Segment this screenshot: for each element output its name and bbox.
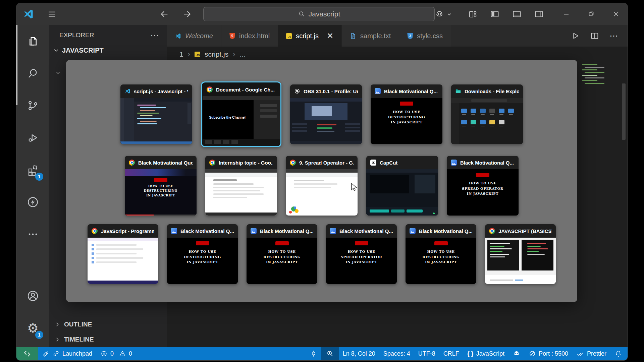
tree-chevron-icon[interactable] (55, 70, 61, 75)
thumb-art (490, 251, 502, 252)
window-thumbnail-quote[interactable]: Black Motivational Q...HOW TO USEDESTRUC… (247, 224, 317, 284)
tab-sample-txt[interactable]: sample.txt (342, 25, 399, 47)
close-icon[interactable]: ✕ (327, 32, 333, 40)
activity-explorer[interactable] (16, 25, 49, 57)
section-outline[interactable]: OUTLINE (49, 317, 167, 332)
thumbnail-preview (205, 169, 277, 216)
tab-welcome[interactable]: Welcome (167, 25, 221, 47)
notifications-button[interactable] (610, 347, 628, 360)
thumbnail-titlebar: Black Motivational Q... (247, 224, 317, 238)
lightning-icon (26, 196, 39, 208)
window-thumbnail-obs[interactable]: OBS 31.0.1 - Profile: Unt... (290, 84, 362, 144)
window-thumbnail-docvideo[interactable]: Document - Google Ch...Subscribe the Cha… (201, 81, 281, 147)
window-thumbnail-quote[interactable]: Black Motivational Q...HOW TO USEDESTRUC… (371, 84, 442, 144)
thumbnail-title: script.js - Javascript - V... (134, 88, 188, 94)
sidebar-more-icon[interactable]: ⋯ (150, 30, 159, 41)
activity-more[interactable] (16, 218, 49, 250)
chevron-right-icon: › (188, 50, 190, 59)
thumb-art (312, 106, 332, 116)
window-thumbnail-drive[interactable]: JavaScript - Programmi... (88, 224, 158, 284)
tab-script-js[interactable]: JS script.js ✕ (278, 25, 342, 47)
window-thumbnail-files[interactable]: Downloads - File Explo... (451, 84, 523, 144)
window-thumbnail-quote[interactable]: Black Motivational Q...HOW TO USESPREAD … (326, 224, 397, 284)
thumb-art (345, 123, 360, 125)
encoding[interactable]: UTF-8 (414, 347, 439, 360)
thumb-art (294, 206, 296, 209)
section-timeline[interactable]: TIMELINE (49, 332, 167, 347)
nav-back-icon[interactable] (158, 7, 171, 21)
zoom-in-button[interactable] (321, 347, 339, 360)
search-text: Javascript (309, 10, 340, 18)
toggle-secondary-sidebar-icon[interactable] (532, 7, 546, 21)
thumb-art (137, 113, 159, 114)
thumb-art (490, 126, 494, 126)
thumbnail-title: OBS 31.0.1 - Profile: Unt... (304, 88, 358, 94)
window-thumbnail-quote[interactable]: Black Motivational Q...HOW TO USEDESTRUC… (167, 224, 238, 284)
formatter-status[interactable]: Prettier (572, 347, 610, 360)
window-thumbnail-capcut[interactable]: CapCut (366, 156, 438, 216)
screencast-button[interactable] (306, 347, 321, 360)
chrome-icon (489, 228, 495, 234)
run-file-icon[interactable] (571, 31, 580, 41)
thumbnail-titlebar: OBS 31.0.1 - Profile: Unt... (290, 84, 362, 98)
thumb-art (499, 126, 503, 126)
thumb-art (471, 109, 476, 113)
activity-lightning[interactable] (16, 186, 49, 218)
problems-button[interactable]: 0 0 (96, 347, 136, 360)
breadcrumb-file[interactable]: script.js (205, 50, 228, 58)
scrollbar[interactable] (622, 83, 626, 140)
live-server-port[interactable]: Port : 5500 (525, 347, 572, 360)
thumb-art (515, 280, 523, 281)
split-editor-icon[interactable] (590, 31, 599, 41)
window-thumbnail-quote[interactable]: Black Motivational Q...HOW TO USESPREAD … (447, 156, 519, 216)
thumbnail-title: JavaScript - Programmi... (101, 228, 154, 234)
window-thumbnail-vscode[interactable]: script.js - Javascript - V... (120, 84, 192, 144)
launchpad-button[interactable]: Launchpad (38, 347, 96, 360)
chevron-right-icon (55, 322, 60, 327)
toggle-panel-icon[interactable] (510, 7, 524, 21)
global-search-input[interactable]: Javascript (203, 7, 435, 21)
window-thumbnail-slides[interactable]: JAVASCRIPT (BASICS)... (485, 224, 556, 284)
thumb-art (292, 162, 294, 164)
thumb-art (481, 126, 485, 126)
thumb-art (172, 231, 176, 233)
window-thumbnail-docwhite[interactable]: Internship topic - Goo... (205, 156, 277, 216)
activity-run-debug[interactable] (16, 122, 49, 154)
tab-index-html[interactable]: 5 index.html (221, 25, 278, 47)
copilot-status[interactable] (508, 347, 525, 360)
thumb-art (499, 120, 504, 124)
tab-label: Welcome (185, 32, 213, 40)
window-thumbnail-quote[interactable]: Black Motivational Q...HOW TO USEDESTRUC… (406, 224, 476, 284)
more-actions-icon[interactable]: ⋯ (609, 31, 618, 41)
chevron-down-icon (53, 48, 59, 53)
link-icon (52, 350, 60, 357)
menu-icon[interactable] (45, 7, 59, 21)
cursor-position[interactable]: Ln 8, Col 20 (339, 347, 379, 360)
eol-sequence[interactable]: CRLF (439, 347, 463, 360)
window-thumbnail-chromequote[interactable]: Black Motivational Quo...HOW TO USEDESTR… (125, 156, 197, 216)
minimize-icon[interactable] (560, 7, 573, 21)
account-button[interactable] (16, 280, 49, 312)
breadcrumb-root[interactable]: 1 (179, 50, 183, 58)
section-javascript[interactable]: JAVASCRIPT (49, 45, 167, 56)
thumb-art (125, 169, 197, 176)
close-icon[interactable] (609, 7, 623, 21)
indentation[interactable]: Spaces: 4 (379, 347, 414, 360)
activity-extensions[interactable]: 1 (16, 154, 49, 186)
eol-label: CRLF (443, 350, 459, 357)
language-mode[interactable]: { } JavaScript (463, 347, 508, 360)
settings-button[interactable]: ⚙ 1 (16, 312, 49, 344)
toggle-primary-sidebar-icon[interactable] (488, 7, 501, 21)
customize-layout-icon[interactable] (466, 7, 479, 21)
remote-indicator[interactable] (16, 347, 38, 360)
window-thumbnail-docillus[interactable]: 9. Spread Operator - G... (286, 156, 358, 216)
nav-forward-icon[interactable] (180, 7, 194, 21)
copilot-menu[interactable] (435, 9, 452, 19)
thumb-art (286, 173, 358, 177)
activity-search[interactable] (16, 57, 49, 89)
restore-icon[interactable] (585, 7, 598, 21)
breadcrumb-more[interactable]: ... (240, 50, 246, 58)
activity-source-control[interactable] (16, 89, 49, 122)
thumbnail-preview: HOW TO USESPREAD OPERATORIN JAVASCRIPT (447, 169, 519, 216)
tab-style-css[interactable]: 3 style.css (399, 25, 451, 47)
